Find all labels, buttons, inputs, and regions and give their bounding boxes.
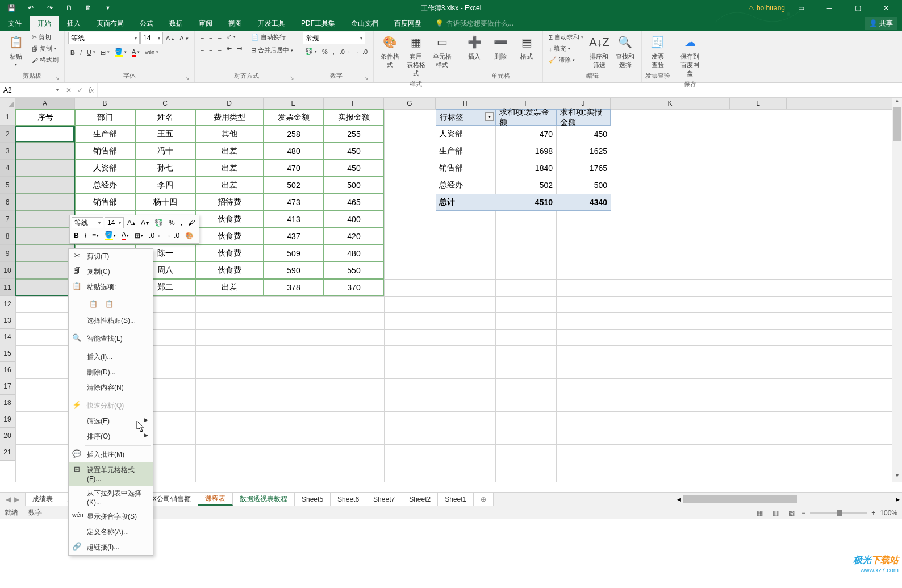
data-cell[interactable]: 378: [264, 279, 324, 296]
mini-accounting-icon[interactable]: 💱: [152, 218, 165, 228]
qat-icon-1[interactable]: 🗋: [60, 1, 78, 15]
data-cell[interactable]: 255: [324, 126, 384, 143]
format-cells-button[interactable]: ▤格式: [514, 32, 539, 62]
align-center-icon[interactable]: ≡: [207, 44, 215, 53]
column-header[interactable]: G: [384, 98, 436, 109]
row-header[interactable]: 3: [0, 143, 15, 160]
add-sheet-button[interactable]: ⊕: [474, 493, 494, 506]
decrease-indent-icon[interactable]: ⇤: [224, 44, 234, 53]
increase-font-icon[interactable]: A▴: [164, 34, 177, 43]
view-normal-icon[interactable]: ▦: [754, 508, 765, 518]
insert-cells-button[interactable]: ➕插入: [462, 32, 487, 62]
phonetic-button[interactable]: wén▾: [143, 48, 161, 56]
fill-button[interactable]: ↓ 填充▾: [546, 43, 586, 54]
paste-option-values-icon[interactable]: 📋: [103, 297, 115, 311]
pivot-col-header[interactable]: 求和项:实报金额: [556, 109, 611, 126]
merge-center-button[interactable]: ⊟合并后居中▾: [249, 45, 295, 56]
row-header[interactable]: 17: [0, 378, 15, 395]
data-cell[interactable]: 销售部: [75, 143, 135, 160]
save-icon[interactable]: 💾: [2, 1, 20, 15]
row-header[interactable]: 18: [0, 395, 15, 411]
mini-decrease-font-icon[interactable]: A▾: [139, 218, 151, 228]
row-header[interactable]: 4: [0, 160, 15, 177]
zoom-thumb[interactable]: [837, 510, 842, 516]
ctx-sort[interactable]: 排序(O)▶: [69, 429, 153, 444]
tab-file[interactable]: 文件: [0, 16, 30, 31]
row-header[interactable]: 2: [0, 126, 15, 143]
data-cell[interactable]: 437: [264, 228, 324, 245]
pivot-total-label[interactable]: 总计: [436, 194, 495, 211]
pivot-filter-dropdown[interactable]: ▾: [485, 112, 494, 121]
sheet-next-icon[interactable]: ▶: [14, 495, 19, 503]
row-header[interactable]: 11: [0, 279, 15, 296]
redo-icon[interactable]: ↷: [41, 1, 59, 15]
data-cell[interactable]: 总经办: [75, 177, 135, 194]
pivot-value-cell[interactable]: 502: [495, 177, 556, 194]
tab-pdf-tools[interactable]: PDF工具集: [293, 16, 343, 31]
border-button[interactable]: ⊞▾: [98, 48, 112, 57]
data-cell[interactable]: 王五: [135, 126, 195, 143]
fill-color-button[interactable]: 🪣▾: [112, 47, 129, 58]
data-cell[interactable]: 465: [324, 194, 384, 211]
pivot-col-header[interactable]: 求和项:发票金额: [495, 109, 556, 126]
pivot-row-label-cell[interactable]: 总经办: [436, 177, 495, 194]
column-header[interactable]: E: [264, 98, 324, 109]
row-header[interactable]: 16: [0, 362, 15, 378]
pivot-value-cell[interactable]: 1698: [495, 143, 556, 160]
decrease-font-icon[interactable]: A▾: [177, 34, 190, 43]
data-cell[interactable]: 伙食费: [195, 245, 264, 262]
pivot-value-cell[interactable]: 1840: [495, 160, 556, 177]
data-cell[interactable]: 258: [264, 126, 324, 143]
align-top-icon[interactable]: ≡: [198, 32, 206, 41]
tab-formulas[interactable]: 公式: [132, 16, 161, 31]
tab-baidu-disk[interactable]: 百度网盘: [386, 16, 429, 31]
clear-button[interactable]: 🧹 清除▾: [546, 55, 586, 65]
ctx-cut[interactable]: ✂剪切(T): [69, 249, 153, 264]
data-cell[interactable]: 人资部: [75, 160, 135, 177]
mini-align-icon[interactable]: ≡▾: [90, 231, 101, 241]
view-page-break-icon[interactable]: ▧: [786, 508, 797, 518]
mini-size-combo[interactable]: 14▾: [105, 217, 124, 228]
conditional-format-button[interactable]: 🎨条件格式: [377, 32, 402, 70]
ctx-define-name[interactable]: 定义名称(A)...: [69, 524, 153, 540]
ribbon-options-icon[interactable]: ▭: [788, 0, 813, 16]
format-as-table-button[interactable]: ▦套用 表格格式: [403, 32, 428, 79]
data-cell[interactable]: 出差: [195, 143, 264, 160]
cut-button[interactable]: ✂剪切: [30, 32, 61, 43]
tab-developer[interactable]: 开发工具: [250, 16, 293, 31]
ctx-filter[interactable]: 筛选(E)▶: [69, 414, 153, 429]
data-cell[interactable]: 其他: [195, 126, 264, 143]
wrap-text-button[interactable]: 📄自动换行: [249, 32, 295, 43]
data-cell[interactable]: 473: [264, 194, 324, 211]
underline-button[interactable]: U▾: [85, 48, 98, 57]
data-cell[interactable]: 李四: [135, 177, 195, 194]
row-header[interactable]: 7: [0, 211, 15, 228]
pivot-row-label-cell[interactable]: 销售部: [436, 160, 495, 177]
ctx-insert[interactable]: 插入(I)...: [69, 349, 153, 365]
column-header[interactable]: B: [75, 98, 135, 109]
data-cell[interactable]: 590: [264, 262, 324, 279]
increase-indent-icon[interactable]: ⇥: [235, 44, 244, 53]
bold-button[interactable]: B: [68, 48, 77, 57]
pivot-value-cell[interactable]: 450: [556, 126, 611, 143]
decrease-decimal-icon[interactable]: ←.0: [354, 47, 370, 56]
save-baidu-button[interactable]: ☁保存到 百度网盘: [678, 32, 703, 79]
row-header[interactable]: 14: [0, 329, 15, 345]
font-launcher-icon[interactable]: ↘: [185, 75, 190, 81]
select-all-button[interactable]: [0, 98, 15, 109]
data-cell[interactable]: 招待费: [195, 194, 264, 211]
mini-percent-icon[interactable]: %: [166, 218, 177, 228]
row-header[interactable]: 20: [0, 428, 15, 444]
data-cell[interactable]: 销售部: [75, 194, 135, 211]
data-cell[interactable]: 413: [264, 211, 324, 228]
cancel-formula-icon[interactable]: ✕: [66, 86, 72, 94]
data-cell[interactable]: 伙食费: [195, 262, 264, 279]
data-cell[interactable]: 502: [264, 177, 324, 194]
row-header[interactable]: 13: [0, 312, 15, 329]
font-color-button[interactable]: A▾: [130, 47, 142, 58]
pivot-value-cell[interactable]: 470: [495, 126, 556, 143]
paste-button[interactable]: 📋粘贴▾: [3, 32, 28, 68]
data-cell[interactable]: 伙食费: [195, 228, 264, 245]
column-header[interactable]: H: [436, 98, 495, 109]
horizontal-scrollbar[interactable]: ◀ ▶: [675, 493, 902, 506]
